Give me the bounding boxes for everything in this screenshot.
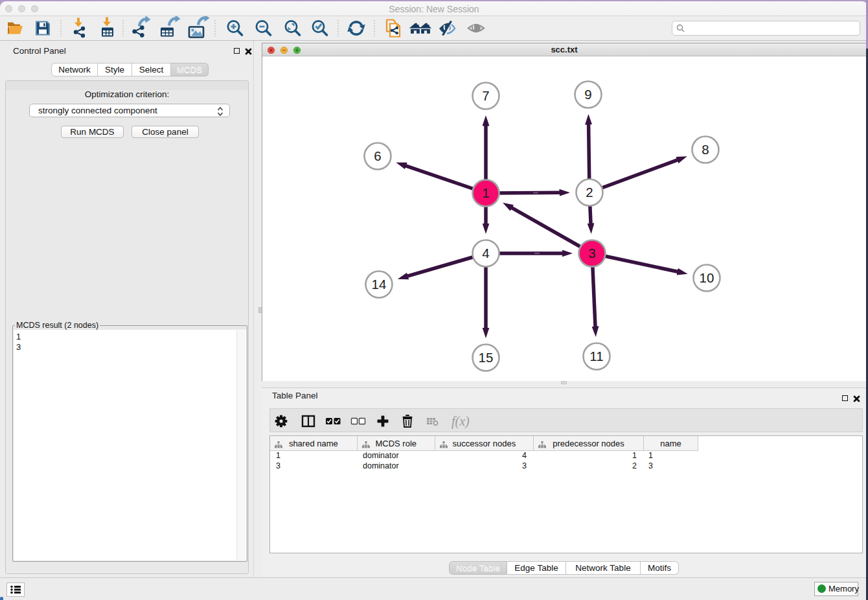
svg-text:11: 11 bbox=[589, 349, 603, 363]
svg-text:15: 15 bbox=[479, 350, 494, 365]
svg-text:7: 7 bbox=[482, 88, 489, 103]
svg-text:10: 10 bbox=[700, 270, 714, 285]
svg-text:14: 14 bbox=[372, 277, 387, 292]
svg-text:8: 8 bbox=[702, 142, 709, 157]
svg-text:4: 4 bbox=[482, 246, 489, 260]
svg-text:9: 9 bbox=[584, 87, 591, 102]
svg-text:1: 1 bbox=[482, 185, 489, 200]
svg-text:f(x): f(x) bbox=[451, 414, 470, 429]
svg-text:3: 3 bbox=[588, 246, 595, 260]
svg-text:2: 2 bbox=[586, 185, 593, 200]
svg-text:6: 6 bbox=[374, 148, 381, 163]
